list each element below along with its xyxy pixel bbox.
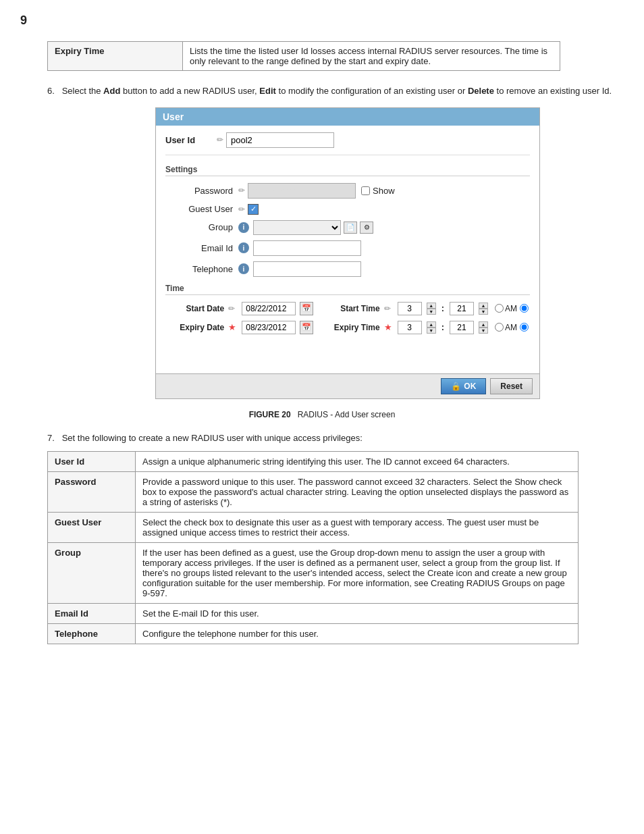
expiry-min-up-btn[interactable]: ▲ (479, 321, 488, 328)
row-label: Group (48, 542, 136, 603)
time-section-title: Time (165, 284, 530, 295)
expiry-pm-label (520, 323, 530, 332)
expiry-time-min-input[interactable] (450, 321, 474, 334)
page-number: 9 (20, 14, 624, 28)
user-form-box: User User Id ✏ Settings Password ✏ Show … (155, 107, 540, 399)
figure-caption: FIGURE 20 RADIUS - Add User screen (20, 410, 624, 419)
edit-bold: Edit (259, 86, 276, 96)
start-time-hour-input[interactable] (398, 302, 422, 315)
form-footer: 🔒 OK Reset (156, 373, 539, 398)
row-description: Select the check box to designate this u… (136, 512, 579, 542)
expiry-time-field-label: Expiry Time (326, 323, 379, 332)
ok-icon: 🔒 (451, 382, 461, 391)
row-label: Telephone (48, 623, 136, 644)
step6-text: 6. Select the Add button to add a new RA… (47, 84, 624, 98)
table-row: PasswordProvide a password unique to thi… (48, 471, 579, 512)
expiry-am-radio[interactable] (495, 323, 504, 332)
start-time-label: Start Time (326, 304, 379, 313)
group-row: Group i 📄 ⚙ (165, 220, 530, 235)
form-spacer (165, 340, 530, 367)
table-row: User IdAssign a unique alphanumeric stri… (48, 451, 579, 471)
form-header: User (156, 108, 539, 126)
expiry-hour-down-btn[interactable]: ▼ (427, 328, 436, 334)
email-info-icon: i (238, 242, 249, 253)
start-pm-label (520, 304, 530, 313)
start-hour-down-btn[interactable]: ▼ (427, 309, 436, 315)
figure-number: FIGURE 20 (249, 410, 291, 419)
ok-label: OK (464, 382, 476, 391)
show-checkbox-wrap: Show (361, 186, 395, 196)
time-section: Time Start Date ✏ 📅 Start Time ✏ ▲ ▼ : ▲ (165, 284, 530, 334)
expiry-time-description: Lists the time the listed user Id losses… (183, 42, 560, 71)
start-date-time-row: Start Date ✏ 📅 Start Time ✏ ▲ ▼ : ▲ ▼ (165, 302, 530, 315)
telephone-label: Telephone (165, 264, 233, 274)
user-id-input[interactable] (226, 132, 334, 148)
group-docs-icon[interactable]: 📄 (344, 221, 357, 234)
expiry-am-label: AM (495, 323, 517, 332)
row-description: Configure the telephone number for this … (136, 623, 579, 644)
start-am-label: AM (495, 304, 517, 313)
group-icons: 📄 ⚙ (344, 221, 373, 234)
expiry-ampm-wrap: AM (495, 323, 530, 332)
user-id-label: User Id (165, 135, 213, 145)
expiry-time-required-icon: ★ (384, 322, 392, 332)
expiry-date-required-icon: ★ (228, 322, 236, 332)
guest-user-label: Guest User (165, 204, 233, 214)
guest-user-row: Guest User ✏ ✓ (165, 204, 530, 215)
form-body: User Id ✏ Settings Password ✏ Show Guest… (156, 126, 539, 373)
settings-section-title: Settings (165, 165, 530, 176)
group-select[interactable] (253, 220, 341, 235)
password-label: Password (165, 186, 233, 196)
start-time-min-input[interactable] (450, 302, 474, 315)
password-edit-icon: ✏ (238, 186, 245, 195)
start-date-edit-icon: ✏ (228, 304, 235, 313)
expiry-time-hour-input[interactable] (398, 321, 422, 334)
group-info-icon: i (238, 222, 249, 233)
row-description: If the user has been defined as a guest,… (136, 542, 579, 603)
expiry-date-label: Expiry Date (165, 323, 224, 332)
telephone-input[interactable] (253, 261, 361, 277)
guest-edit-icon: ✏ (238, 205, 245, 214)
group-label: Group (165, 222, 233, 232)
expiry-date-calendar-icon[interactable]: 📅 (300, 321, 313, 334)
start-am-radio[interactable] (495, 304, 504, 313)
start-date-calendar-icon[interactable]: 📅 (300, 302, 313, 315)
table-row: Guest UserSelect the check box to design… (48, 512, 579, 542)
password-input[interactable] (248, 183, 356, 199)
expiry-date-time-row: Expiry Date ★ 📅 Expiry Time ★ ▲ ▼ : ▲ ▼ (165, 321, 530, 334)
start-date-input[interactable] (242, 302, 296, 315)
group-gear-icon[interactable]: ⚙ (360, 221, 373, 234)
start-min-up-btn[interactable]: ▲ (479, 303, 488, 309)
top-info-table: Expiry Time Lists the time the listed us… (47, 41, 560, 71)
start-pm-radio[interactable] (520, 304, 529, 313)
expiry-time-label: Expiry Time (48, 42, 183, 71)
row-label: Password (48, 471, 136, 512)
start-min-down-btn[interactable]: ▼ (479, 309, 488, 315)
delete-bold: Delete (468, 86, 494, 96)
table-row: Email IdSet the E-mail ID for this user. (48, 603, 579, 623)
email-id-input[interactable] (253, 240, 361, 256)
expiry-min-down-btn[interactable]: ▼ (479, 328, 488, 334)
bottom-info-table: User IdAssign a unique alphanumeric stri… (47, 451, 579, 644)
expiry-time-row: Expiry Time Lists the time the listed us… (48, 42, 560, 71)
email-id-row: Email Id i (165, 240, 530, 256)
start-date-label: Start Date (165, 304, 224, 313)
expiry-date-input[interactable] (242, 321, 296, 334)
expiry-hour-up-btn[interactable]: ▲ (427, 321, 436, 328)
table-row: TelephoneConfigure the telephone number … (48, 623, 579, 644)
row-description: Provide a password unique to this user. … (136, 471, 579, 512)
table-row: GroupIf the user has been defined as a g… (48, 542, 579, 603)
user-id-row: User Id ✏ (165, 132, 530, 155)
show-checkbox[interactable] (361, 186, 370, 195)
expiry-pm-radio[interactable] (520, 323, 529, 332)
add-bold: Add (103, 86, 120, 96)
start-hour-up-btn[interactable]: ▲ (427, 303, 436, 309)
password-row: Password ✏ Show (165, 183, 530, 199)
ok-button[interactable]: 🔒 OK (441, 378, 486, 394)
guest-user-checkbox[interactable]: ✓ (248, 204, 259, 215)
reset-button[interactable]: Reset (490, 378, 533, 394)
row-description: Assign a unique alphanumeric string iden… (136, 451, 579, 471)
row-label: User Id (48, 451, 136, 471)
telephone-row: Telephone i (165, 261, 530, 277)
step7-text: 7. Set the following to create a new RAD… (47, 433, 624, 443)
